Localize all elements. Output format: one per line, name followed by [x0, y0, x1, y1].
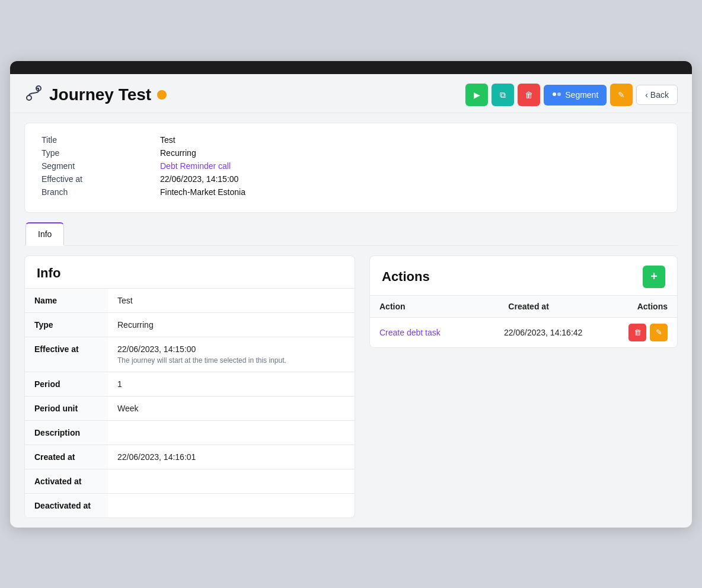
- copy-button[interactable]: ⧉: [492, 84, 514, 106]
- row-value-period: 1: [108, 372, 355, 396]
- trash-icon: 🗑: [634, 328, 642, 337]
- journey-icon: [24, 84, 43, 107]
- table-row: Effective at 22/06/2023, 14:15:00 The jo…: [25, 337, 355, 372]
- effective-hint: The journey will start at the time selec…: [117, 356, 345, 365]
- table-row: Created at 22/06/2023, 14:16:01: [25, 445, 355, 469]
- summary-value-branch: Fintech-Market Estonia: [160, 187, 245, 197]
- play-icon: ▶: [474, 90, 480, 100]
- tab-info[interactable]: Info: [25, 222, 64, 246]
- segment-button[interactable]: Segment: [544, 85, 607, 106]
- header-left: Journey Test: [24, 84, 167, 107]
- action-delete-button[interactable]: 🗑: [628, 324, 646, 341]
- summary-value-effective: 22/06/2023, 14:15:00: [160, 174, 238, 184]
- row-value-deactivated-at: [108, 493, 355, 517]
- actions-title: Actions: [382, 269, 430, 285]
- summary-row-type: Type Recurring: [42, 148, 660, 158]
- action-created-at: 22/06/2023, 14:16:42: [504, 328, 628, 337]
- actions-card: Actions + Action Created at Actions Crea…: [369, 255, 678, 348]
- action-edit-button[interactable]: ✎: [650, 324, 668, 341]
- summary-card: Title Test Type Recurring Segment Debt R…: [24, 123, 678, 213]
- row-key-description: Description: [25, 420, 108, 445]
- col-header-action: Action: [379, 302, 508, 311]
- action-link[interactable]: Create debt task: [379, 328, 504, 337]
- add-action-button[interactable]: +: [643, 266, 665, 288]
- tab-content: Info Name Test Type Recurring Effective …: [24, 255, 678, 518]
- row-key-name: Name: [25, 288, 108, 312]
- summary-value-type: Recurring: [160, 148, 196, 158]
- summary-row-branch: Branch Fintech-Market Estonia: [42, 187, 660, 197]
- table-row: Activated at: [25, 469, 355, 493]
- back-button[interactable]: ‹ Back: [636, 85, 678, 105]
- summary-row-effective: Effective at 22/06/2023, 14:15:00: [42, 174, 660, 184]
- row-key-created-at: Created at: [25, 445, 108, 469]
- actions-header: Actions +: [370, 256, 677, 295]
- info-table-title: Info: [25, 256, 355, 288]
- summary-row-title: Title Test: [42, 135, 660, 145]
- content-area: Title Test Type Recurring Segment Debt R…: [10, 113, 692, 528]
- table-row: Deactivated at: [25, 493, 355, 517]
- table-row: Description: [25, 420, 355, 445]
- table-row: Period 1: [25, 372, 355, 396]
- summary-label-effective: Effective at: [42, 174, 160, 184]
- tabs-bar: Info: [24, 222, 678, 246]
- row-key-effective: Effective at: [25, 337, 108, 372]
- row-key-period-unit: Period unit: [25, 396, 108, 420]
- edit-button[interactable]: ✎: [610, 84, 633, 106]
- page-title: Journey Test: [49, 85, 151, 104]
- table-row: Period unit Week: [25, 396, 355, 420]
- row-value-name: Test: [108, 288, 355, 312]
- titlebar: [10, 61, 692, 74]
- summary-label-type: Type: [42, 148, 160, 158]
- action-row: Create debt task 22/06/2023, 14:16:42 🗑 …: [370, 317, 677, 347]
- summary-value-title: Test: [160, 135, 176, 145]
- summary-value-segment[interactable]: Debt Reminder call: [160, 161, 231, 171]
- info-table: Name Test Type Recurring Effective at 22…: [25, 288, 355, 517]
- col-header-actions: Actions: [637, 302, 668, 311]
- row-key-period: Period: [25, 372, 108, 396]
- app-window: Journey Test ▶ ⧉ 🗑 Segment ✎: [10, 61, 692, 528]
- row-value-created-at: 22/06/2023, 14:16:01: [108, 445, 355, 469]
- plus-icon: +: [650, 270, 658, 283]
- status-indicator: [157, 90, 167, 100]
- row-key-activated-at: Activated at: [25, 469, 108, 493]
- play-button[interactable]: ▶: [465, 84, 488, 106]
- row-value-description: [108, 420, 355, 445]
- summary-row-segment: Segment Debt Reminder call: [42, 161, 660, 171]
- summary-label-title: Title: [42, 135, 160, 145]
- row-value-type: Recurring: [108, 312, 355, 337]
- row-key-type: Type: [25, 312, 108, 337]
- page-header: Journey Test ▶ ⧉ 🗑 Segment ✎: [10, 74, 692, 113]
- trash-icon: 🗑: [525, 90, 533, 100]
- back-button-label: ‹ Back: [645, 90, 669, 100]
- copy-icon: ⧉: [500, 90, 506, 100]
- svg-point-2: [553, 92, 556, 96]
- header-actions: ▶ ⧉ 🗑 Segment ✎ ‹ Back: [465, 84, 678, 106]
- table-row: Type Recurring: [25, 312, 355, 337]
- delete-button[interactable]: 🗑: [518, 84, 540, 106]
- row-value-effective: 22/06/2023, 14:15:00 The journey will st…: [108, 337, 355, 372]
- table-row: Name Test: [25, 288, 355, 312]
- row-value-period-unit: Week: [108, 396, 355, 420]
- row-value-activated-at: [108, 469, 355, 493]
- svg-point-0: [27, 95, 31, 100]
- summary-label-branch: Branch: [42, 187, 160, 197]
- row-actions: 🗑 ✎: [628, 324, 668, 341]
- svg-point-3: [557, 92, 561, 96]
- segment-icon: [552, 90, 561, 101]
- actions-table-header: Action Created at Actions: [370, 295, 677, 317]
- summary-label-segment: Segment: [42, 161, 160, 171]
- info-table-card: Info Name Test Type Recurring Effective …: [24, 255, 355, 518]
- edit-icon: ✎: [618, 90, 625, 100]
- col-header-created-at: Created at: [508, 302, 637, 311]
- segment-button-label: Segment: [565, 90, 598, 100]
- edit-icon: ✎: [656, 328, 662, 337]
- row-key-deactivated-at: Deactivated at: [25, 493, 108, 517]
